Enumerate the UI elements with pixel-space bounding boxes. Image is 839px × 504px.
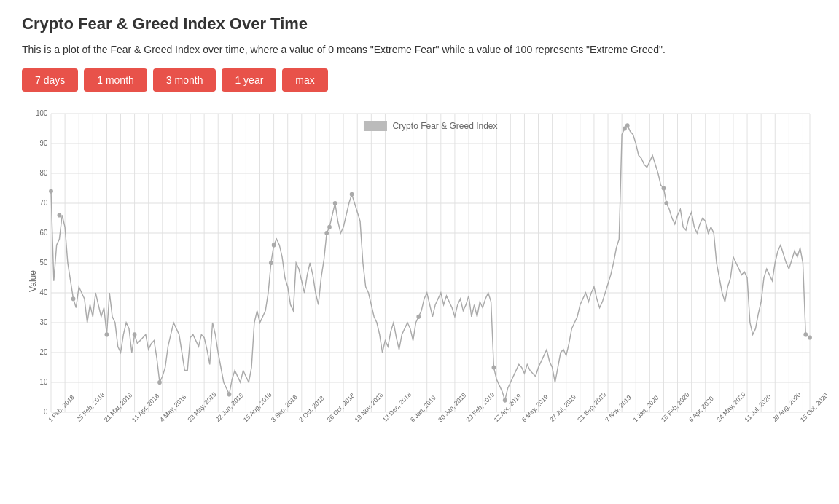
svg-point-87 — [324, 231, 329, 235]
svg-point-90 — [327, 225, 332, 229]
btn-1month[interactable]: 1 month — [84, 68, 147, 92]
legend-label: Crypto Fear & Greed Index — [392, 121, 497, 131]
svg-text:20: 20 — [40, 348, 48, 356]
svg-text:40: 40 — [40, 288, 48, 296]
svg-text:100: 100 — [36, 109, 47, 117]
svg-point-91 — [416, 315, 421, 319]
svg-point-84 — [227, 392, 232, 396]
chart-svg: 0 10 20 30 40 50 60 70 80 90 100 — [51, 114, 810, 412]
svg-text:50: 50 — [40, 259, 48, 267]
svg-point-92 — [492, 365, 496, 369]
svg-point-89 — [350, 192, 354, 197]
svg-point-85 — [269, 261, 273, 265]
svg-text:10: 10 — [40, 378, 48, 386]
btn-3month[interactable]: 3 month — [153, 68, 216, 92]
svg-point-95 — [625, 123, 630, 127]
y-axis-label: Value — [28, 270, 38, 292]
svg-text:90: 90 — [40, 139, 48, 147]
legend-color-box — [363, 121, 386, 131]
btn-max[interactable]: max — [282, 68, 327, 92]
svg-point-81 — [105, 332, 109, 336]
svg-text:30: 30 — [40, 318, 48, 326]
chart-inner: Crypto Fear & Greed Index 0 10 20 — [51, 114, 810, 412]
chart-container: Value Crypto Fear & Greed Index — [22, 106, 817, 456]
svg-text:80: 80 — [40, 169, 48, 177]
svg-point-97 — [664, 201, 668, 205]
page-title: Crypto Fear & Greed Index Over Time — [22, 15, 817, 34]
time-filter-group: 7 days 1 month 3 month 1 year max — [22, 68, 817, 92]
svg-point-98 — [803, 332, 808, 336]
legend: Crypto Fear & Greed Index — [363, 121, 497, 131]
svg-text:0: 0 — [44, 408, 48, 416]
svg-point-86 — [272, 243, 276, 247]
svg-text:70: 70 — [40, 199, 48, 207]
svg-point-96 — [662, 186, 666, 190]
svg-point-83 — [157, 380, 162, 385]
description: This is a plot of the Fear & Greed Index… — [22, 44, 817, 55]
chart-wrap: Value Crypto Fear & Greed Index — [22, 106, 817, 456]
svg-point-88 — [333, 201, 337, 205]
svg-point-93 — [503, 398, 507, 403]
svg-point-99 — [808, 335, 812, 339]
x-axis-labels: 1 Feb, 2018 25 Feb, 2018 21 Mar, 2018 11… — [51, 412, 810, 452]
svg-point-82 — [133, 332, 137, 336]
svg-point-80 — [71, 296, 76, 301]
btn-7days[interactable]: 7 days — [22, 68, 78, 92]
btn-1year[interactable]: 1 year — [222, 68, 276, 92]
svg-point-79 — [58, 213, 62, 217]
svg-point-78 — [49, 189, 53, 194]
svg-text:60: 60 — [40, 229, 48, 237]
